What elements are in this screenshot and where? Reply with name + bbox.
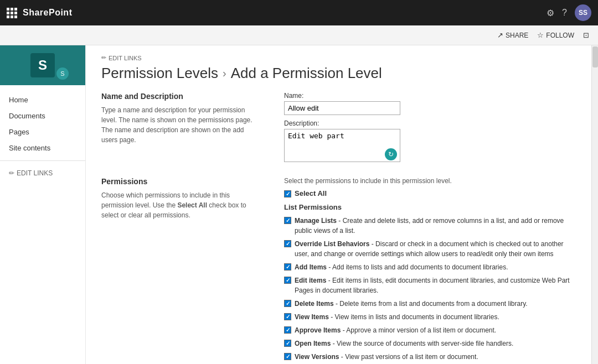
permission-row: Override List Behaviors - Discard or che… xyxy=(284,239,576,259)
fullscreen-button[interactable]: ⊡ xyxy=(583,31,589,39)
fullscreen-icon: ⊡ xyxy=(583,31,589,39)
scrollbar[interactable] xyxy=(591,45,598,364)
perm-text-view-versions: View Versions - View past versions of a … xyxy=(295,352,478,362)
permission-row: Manage Lists - Create and delete lists, … xyxy=(284,216,576,236)
logo-overlay-icon: S xyxy=(56,67,69,80)
perm-text-approve-items: Approve Items - Approve a minor version … xyxy=(295,325,496,335)
perm-checkbox-add-items[interactable] xyxy=(284,263,291,271)
description-label: Description: xyxy=(284,119,576,127)
perm-checkbox-view-items[interactable] xyxy=(284,313,291,320)
name-desc-text: Type a name and description for your per… xyxy=(101,105,262,145)
help-icon[interactable]: ? xyxy=(562,8,567,18)
breadcrumb-arrow: › xyxy=(223,67,226,80)
page-title: Permission Levels › Add a Permission Lev… xyxy=(101,65,576,82)
permission-row: Edit items - Edit items in lists, edit d… xyxy=(284,275,576,295)
permission-row: Add Items - Add items to lists and add d… xyxy=(284,262,576,272)
perm-text-open-items: Open Items - View the source of document… xyxy=(295,339,513,349)
name-desc-right: Name: Description: ↻ xyxy=(284,92,576,164)
share-icon: ↗ xyxy=(497,31,503,39)
sidebar-item-documents[interactable]: Documents xyxy=(0,108,85,124)
site-logo[interactable]: S S xyxy=(0,45,85,85)
content-area: ✏ EDIT LINKS Permission Levels › Add a P… xyxy=(86,45,591,364)
perms-title: Permissions xyxy=(101,177,262,186)
perm-checkbox-approve-items[interactable] xyxy=(284,326,291,334)
perms-desc: Choose which permissions to include in t… xyxy=(101,190,262,220)
name-input[interactable] xyxy=(284,101,400,115)
description-textarea[interactable] xyxy=(284,129,400,162)
nav-left: SharePoint xyxy=(7,8,547,18)
select-all-label: Select All xyxy=(295,189,327,197)
permission-row: View Items - View items in lists and doc… xyxy=(284,312,576,322)
list-permissions-title: List Permissions xyxy=(284,203,576,211)
edit-links-top[interactable]: ✏ EDIT LINKS xyxy=(101,54,576,61)
settings-icon[interactable]: ⚙ xyxy=(547,8,554,18)
sharepoint-brand: SharePoint xyxy=(23,8,72,18)
description-wrapper: ↻ xyxy=(284,129,400,164)
permission-row: View Versions - View past versions of a … xyxy=(284,352,576,362)
top-navigation: SharePoint ⚙ ? SS xyxy=(0,0,598,25)
select-all-checkbox[interactable] xyxy=(284,190,291,197)
sidebar-item-pages[interactable]: Pages xyxy=(0,124,85,140)
permission-row: Open Items - View the source of document… xyxy=(284,339,576,349)
perm-checkbox-manage-lists[interactable] xyxy=(284,217,291,224)
permission-row: Approve Items - Approve a minor version … xyxy=(284,325,576,335)
select-all-row: Select All xyxy=(284,189,576,197)
sidebar-divider xyxy=(0,160,85,161)
sidebar: S S Home Documents Pages Site contents ✏… xyxy=(0,45,86,364)
pencil-icon: ✏ xyxy=(9,169,14,177)
name-desc-left: Name and Description Type a name and des… xyxy=(101,92,262,164)
perms-right: Select the permissions to include in thi… xyxy=(284,177,576,364)
name-label: Name: xyxy=(284,92,576,100)
permissions-section: Permissions Choose which permissions to … xyxy=(101,177,576,364)
perm-checkbox-edit-items[interactable] xyxy=(284,277,291,284)
sidebar-edit-links[interactable]: ✏ EDIT LINKS xyxy=(0,165,85,181)
main-layout: S S Home Documents Pages Site contents ✏… xyxy=(0,45,598,364)
name-desc-title: Name and Description xyxy=(101,92,262,101)
apps-grid-icon[interactable] xyxy=(7,8,17,18)
sidebar-navigation: Home Documents Pages Site contents ✏ EDI… xyxy=(0,85,85,188)
perm-checkbox-view-versions[interactable] xyxy=(284,353,291,360)
perm-text-manage-lists: Manage Lists - Create and delete lists, … xyxy=(295,216,576,236)
perm-checkbox-override-list[interactable] xyxy=(284,240,291,247)
toolbar: ↗ SHARE ☆ FOLLOW ⊡ xyxy=(0,25,598,45)
share-button[interactable]: ↗ SHARE xyxy=(497,31,528,39)
user-avatar[interactable]: SS xyxy=(575,4,591,21)
perm-text-view-items: View Items - View items in lists and doc… xyxy=(295,312,499,322)
pencil-top-icon: ✏ xyxy=(101,54,106,61)
perm-text-delete-items: Delete Items - Delete items from a list … xyxy=(295,299,528,309)
permission-rows: Manage Lists - Create and delete lists, … xyxy=(284,216,576,364)
logo-letter: S xyxy=(30,53,55,77)
refresh-icon[interactable]: ↻ xyxy=(385,148,397,160)
perm-checkbox-delete-items[interactable] xyxy=(284,300,291,307)
select-info-text: Select the permissions to include in thi… xyxy=(284,177,576,185)
perms-left: Permissions Choose which permissions to … xyxy=(101,177,262,364)
nav-right: ⚙ ? SS xyxy=(547,4,591,21)
sidebar-item-site-contents[interactable]: Site contents xyxy=(0,140,85,156)
name-description-section: Name and Description Type a name and des… xyxy=(101,92,576,164)
permission-row: Delete Items - Delete items from a list … xyxy=(284,299,576,309)
sidebar-item-home[interactable]: Home xyxy=(0,92,85,108)
follow-button[interactable]: ☆ FOLLOW xyxy=(537,31,574,39)
star-icon: ☆ xyxy=(537,31,544,39)
perm-text-override-list: Override List Behaviors - Discard or che… xyxy=(295,239,576,259)
scroll-thumb xyxy=(592,46,598,67)
perm-text-add-items: Add Items - Add items to lists and add d… xyxy=(295,262,508,272)
perm-text-edit-items: Edit items - Edit items in lists, edit d… xyxy=(295,275,576,295)
perm-checkbox-open-items[interactable] xyxy=(284,340,291,347)
